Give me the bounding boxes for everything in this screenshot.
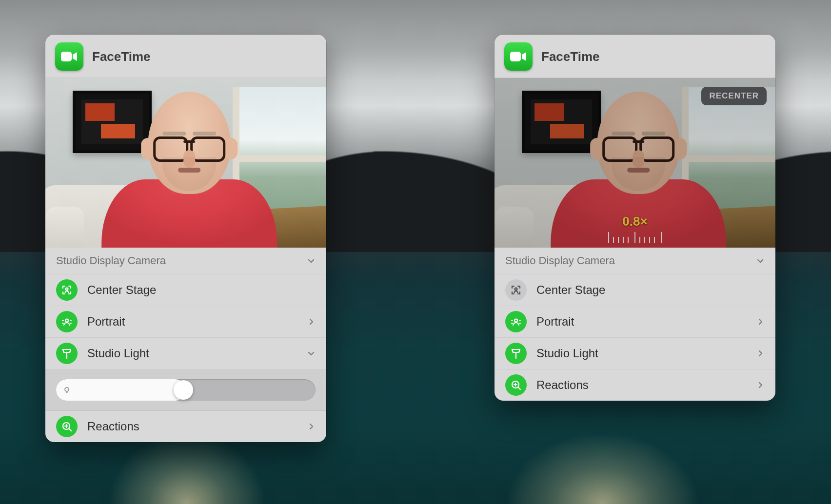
svg-point-2 — [65, 319, 68, 322]
app-title: FaceTime — [92, 49, 150, 64]
studio-light-label: Studio Light — [87, 347, 297, 360]
recenter-button[interactable]: RECENTER — [701, 87, 767, 105]
portrait-label: Portrait — [536, 315, 746, 329]
app-title: FaceTime — [541, 49, 599, 64]
studio-light-slider[interactable] — [56, 379, 316, 401]
video-preview[interactable]: RECENTER 0.8× — [495, 78, 775, 248]
center-stage-toggle[interactable]: Center Stage — [495, 274, 775, 306]
chevron-down-icon — [307, 349, 316, 358]
chevron-right-icon — [756, 317, 765, 326]
svg-point-6 — [515, 288, 517, 291]
portrait-icon — [56, 311, 78, 332]
portrait-icon — [505, 311, 527, 332]
slider-knob[interactable] — [174, 380, 193, 400]
studio-light-row[interactable]: Studio Light — [495, 338, 775, 369]
svg-rect-5 — [510, 52, 521, 61]
center-stage-icon — [56, 279, 78, 301]
center-stage-label: Center Stage — [536, 283, 765, 297]
facetime-control-panel-left: FaceTime — [45, 35, 326, 442]
reactions-icon — [505, 374, 527, 396]
reactions-row[interactable]: Reactions — [45, 411, 326, 442]
svg-point-7 — [514, 319, 517, 322]
chevron-right-icon — [307, 317, 316, 326]
chevron-right-icon — [756, 349, 765, 358]
video-preview[interactable] — [45, 78, 326, 248]
reactions-row[interactable]: Reactions — [495, 369, 775, 401]
reactions-label: Reactions — [536, 378, 746, 392]
reactions-icon — [56, 416, 78, 437]
studio-light-icon — [56, 343, 78, 364]
facetime-app-icon — [504, 42, 533, 71]
svg-point-1 — [66, 288, 68, 291]
camera-selector[interactable]: Studio Display Camera — [495, 248, 775, 274]
studio-light-label: Studio Light — [536, 347, 746, 360]
facetime-app-icon — [55, 42, 83, 71]
svg-rect-0 — [61, 52, 72, 61]
facetime-control-panel-right: FaceTime — [495, 35, 775, 401]
bulb-min-icon — [63, 386, 71, 394]
panel-header: FaceTime — [45, 35, 326, 78]
panel-header: FaceTime — [495, 35, 775, 78]
studio-light-row[interactable]: Studio Light — [45, 338, 326, 369]
portrait-row[interactable]: Portrait — [495, 306, 775, 338]
chevron-right-icon — [756, 381, 765, 389]
zoom-ticks[interactable] — [606, 232, 664, 243]
center-stage-icon — [505, 279, 527, 301]
camera-name: Studio Display Camera — [56, 254, 166, 267]
camera-selector[interactable]: Studio Display Camera — [45, 248, 326, 274]
svg-point-3 — [65, 388, 69, 391]
camera-name: Studio Display Camera — [505, 254, 615, 267]
center-stage-toggle[interactable]: Center Stage — [45, 274, 326, 306]
chevron-down-icon — [307, 256, 316, 265]
studio-light-icon — [505, 343, 527, 364]
portrait-row[interactable]: Portrait — [45, 306, 326, 338]
reactions-label: Reactions — [87, 420, 297, 433]
chevron-right-icon — [307, 422, 316, 431]
center-stage-label: Center Stage — [87, 283, 316, 297]
studio-light-slider-row — [45, 369, 326, 411]
zoom-value: 0.8× — [495, 214, 775, 229]
chevron-down-icon — [756, 256, 765, 265]
portrait-label: Portrait — [87, 315, 297, 329]
zoom-indicator: 0.8× — [495, 214, 775, 243]
